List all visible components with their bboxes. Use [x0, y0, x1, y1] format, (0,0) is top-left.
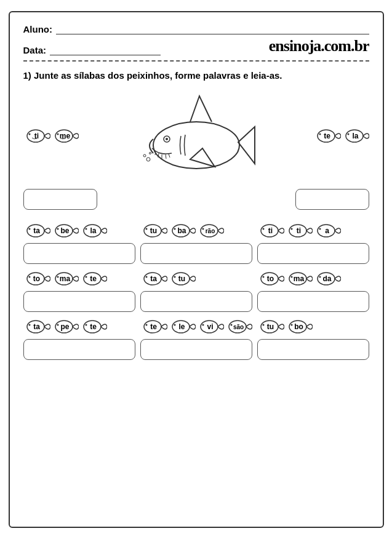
- answer-box-titia[interactable]: [257, 243, 369, 264]
- col-tomada: to ma da: [257, 269, 369, 312]
- fish-ti3: ti: [286, 221, 313, 241]
- fish-ti2: ti: [257, 221, 284, 241]
- aluno-underline[interactable]: [56, 23, 369, 34]
- svg-point-48: [262, 276, 264, 278]
- svg-line-11: [169, 154, 170, 158]
- fish-group-ti-me: ti me: [23, 126, 79, 146]
- svg-point-58: [85, 324, 87, 326]
- svg-point-49: [289, 273, 306, 285]
- fish-to1: to: [23, 269, 50, 289]
- fish-ta1: ta: [23, 221, 50, 241]
- svg-point-17: [346, 130, 363, 142]
- svg-point-46: [174, 276, 175, 278]
- col-tatu: ta tu: [140, 269, 252, 312]
- fish-a: a: [314, 221, 341, 241]
- fish-to2: to: [257, 269, 284, 289]
- question-text: 1) Junte as sílabas dos peixinhos, forme…: [23, 70, 369, 81]
- svg-point-1: [28, 134, 30, 135]
- question-body: Junte as sílabas dos peixinhos, forme pa…: [34, 70, 282, 81]
- fish-group-tomada: to ma da: [257, 269, 341, 289]
- answer-box-tapete[interactable]: [23, 339, 135, 360]
- svg-point-41: [84, 273, 101, 285]
- svg-point-0: [27, 130, 44, 142]
- svg-point-37: [27, 273, 44, 285]
- answer-box-tomate[interactable]: [23, 291, 135, 312]
- svg-point-50: [290, 276, 292, 278]
- worksheet-page: Aluno: Data: ensinoja.com.br 1) Junte as…: [9, 11, 384, 528]
- svg-point-66: [230, 324, 232, 326]
- answer-box-tatu[interactable]: [140, 291, 252, 312]
- answer-box-tubo[interactable]: [257, 339, 369, 360]
- svg-point-55: [55, 321, 73, 333]
- fish-me: me: [52, 126, 79, 146]
- answer-box-televisao[interactable]: [140, 339, 252, 360]
- svg-point-42: [85, 276, 87, 278]
- svg-point-62: [174, 324, 175, 326]
- svg-point-65: [229, 321, 246, 333]
- fish-ba: ba: [169, 221, 196, 241]
- fish-te3: te: [80, 317, 107, 337]
- svg-point-18: [347, 134, 349, 135]
- svg-point-57: [84, 321, 101, 333]
- answer-box-tabela[interactable]: [23, 243, 135, 264]
- svg-point-38: [28, 276, 30, 278]
- fish-te2: te: [80, 269, 107, 289]
- svg-point-29: [201, 225, 218, 237]
- svg-point-53: [27, 321, 44, 333]
- svg-point-19: [27, 225, 44, 237]
- col-tabela: ta be la: [23, 221, 135, 264]
- fish-group-tapete: ta pe te: [23, 317, 107, 337]
- svg-point-14: [149, 153, 151, 154]
- svg-point-61: [172, 321, 190, 333]
- svg-point-36: [319, 228, 321, 230]
- svg-point-34: [290, 228, 292, 230]
- top-answer-boxes: [23, 189, 369, 210]
- col-tubarao: tu ba rão: [140, 221, 252, 264]
- fish-ma2: ma: [286, 269, 313, 289]
- svg-point-68: [262, 324, 264, 326]
- svg-point-52: [319, 276, 321, 278]
- fish-be: be: [52, 221, 79, 241]
- svg-point-21: [55, 225, 73, 237]
- fish-group-tubo: tu bo: [257, 317, 313, 337]
- answer-box-tela[interactable]: [295, 189, 369, 210]
- svg-point-56: [57, 324, 58, 326]
- svg-point-23: [84, 225, 101, 237]
- data-underline[interactable]: [50, 44, 161, 55]
- fish-le: le: [169, 317, 196, 337]
- svg-point-30: [202, 228, 204, 230]
- brand-logo: ensinoja.com.br: [269, 37, 369, 55]
- svg-point-25: [144, 225, 161, 237]
- fish-group-tatu: ta tu: [140, 269, 196, 289]
- fish-ti: ti: [23, 126, 50, 146]
- answer-box-tomada[interactable]: [257, 291, 369, 312]
- svg-point-64: [202, 324, 204, 326]
- fish-bo: bo: [286, 317, 313, 337]
- col-tapete: ta pe te: [23, 317, 135, 360]
- fish-pe: pe: [52, 317, 79, 337]
- fish-ma1: ma: [52, 269, 79, 289]
- svg-point-59: [144, 321, 161, 333]
- answer-box-tubarao[interactable]: [140, 243, 252, 264]
- svg-point-16: [319, 134, 321, 135]
- svg-point-70: [290, 324, 292, 326]
- fish-rao: rão: [197, 221, 224, 241]
- fish-group-titia: ti ti a: [257, 221, 341, 241]
- svg-point-69: [289, 321, 306, 333]
- svg-point-2: [55, 130, 73, 142]
- svg-point-60: [145, 324, 147, 326]
- question-number: 1): [23, 70, 31, 81]
- svg-point-45: [172, 273, 190, 285]
- svg-point-51: [318, 273, 335, 285]
- fish-la2: la: [80, 221, 107, 241]
- fish-vi: vi: [197, 317, 224, 337]
- svg-point-40: [57, 276, 58, 278]
- fish-group-tubarao: tu ba rão: [140, 221, 224, 241]
- fish-group-tomate: to ma te: [23, 269, 107, 289]
- data-label: Data:: [23, 45, 47, 55]
- svg-point-32: [262, 228, 264, 230]
- svg-point-20: [28, 228, 30, 230]
- answer-box-time[interactable]: [23, 189, 97, 210]
- svg-point-67: [261, 321, 278, 333]
- fish-ta3: ta: [23, 317, 50, 337]
